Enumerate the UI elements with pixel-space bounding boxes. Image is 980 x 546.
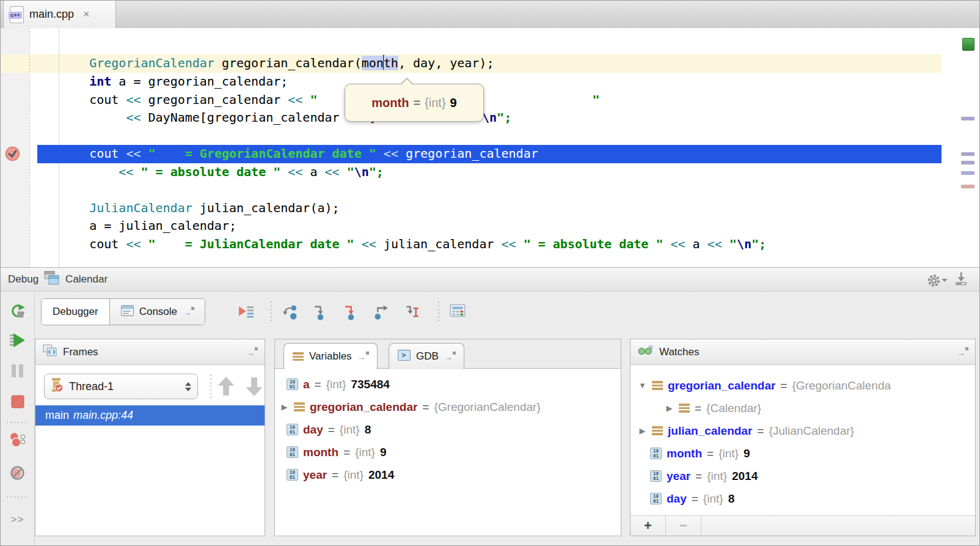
- inspection-status-icon[interactable]: [962, 38, 975, 51]
- expander-right-icon[interactable]: ▶: [638, 426, 647, 435]
- code-segment: [280, 164, 288, 179]
- tree-item-equals: =: [315, 378, 321, 391]
- add-watch-button[interactable]: +: [631, 516, 666, 536]
- code-line[interactable]: a = julian_calendar;: [1, 217, 942, 235]
- rerun-button[interactable]: [1, 303, 34, 320]
- show-execution-point-button[interactable]: [238, 304, 254, 323]
- tree-item-name: gregorian_calendar: [668, 379, 775, 393]
- restore-layout-button[interactable]: [954, 271, 968, 289]
- scrollbar-marker[interactable]: [961, 171, 975, 175]
- frames-title: Frames: [63, 346, 98, 358]
- float-window-icon[interactable]: →: [444, 352, 455, 361]
- pause-button[interactable]: [1, 364, 34, 377]
- tree-item-value: 9: [380, 446, 387, 459]
- code-segment: a = gregorian_calendar;: [111, 74, 288, 89]
- force-step-into-button[interactable]: [343, 304, 359, 323]
- tree-item-equals: =: [780, 379, 787, 393]
- code-line[interactable]: GregorianCalendar gregorian_calendar(mon…: [1, 54, 942, 73]
- tree-item-value: 2014: [732, 470, 758, 483]
- watch-row[interactable]: ▶={Calendar}: [631, 397, 975, 419]
- tree-item-name: year: [667, 470, 690, 483]
- variables-icon: [293, 352, 304, 361]
- float-window-icon[interactable]: →: [183, 308, 194, 316]
- tab-console[interactable]: Console →: [109, 299, 205, 325]
- tab-gdb[interactable]: > GDB →: [389, 343, 464, 369]
- tree-item-type: {int}: [719, 447, 739, 460]
- breakpoint-hit-icon[interactable]: [5, 146, 20, 164]
- tree-item-type: {int}: [707, 470, 727, 483]
- code-editor[interactable]: GregorianCalendar gregorian_calendar(mon…: [1, 28, 979, 267]
- step-over-button[interactable]: [282, 304, 298, 323]
- code-line[interactable]: cout << " = GregorianCalendar date " << …: [1, 145, 942, 163]
- code-line[interactable]: << " = absolute date " << a << "\n";: [1, 163, 942, 182]
- more-options-button[interactable]: >>: [1, 514, 34, 526]
- expander-down-icon[interactable]: ▼: [638, 381, 647, 390]
- watch-row[interactable]: ▶julian_calendar={JulianCalendar}: [631, 419, 975, 442]
- tree-item-name: day: [303, 423, 323, 437]
- editor-tab-main-cpp[interactable]: c++ main.cpp ×: [3, 1, 116, 28]
- watch-row[interactable]: ▼gregorian_calendar={GregorianCalenda: [631, 374, 975, 397]
- float-window-icon[interactable]: →: [957, 348, 968, 356]
- expander-right-icon[interactable]: ▶: [665, 404, 674, 413]
- code-line[interactable]: JulianCalendar julian_calendar(a);: [1, 199, 942, 218]
- tab-variables[interactable]: Variables →: [283, 343, 378, 369]
- thread-stepper-icon[interactable]: [185, 379, 191, 394]
- tab-console-label: Console: [139, 306, 177, 318]
- frame-down-button[interactable]: [244, 375, 264, 400]
- watch-row[interactable]: month={int}9: [631, 442, 975, 465]
- watch-row[interactable]: year={int}2014: [631, 465, 975, 487]
- remove-watch-button[interactable]: −: [666, 516, 701, 536]
- evaluate-expression-button[interactable]: [450, 304, 466, 320]
- struct-type-icon: [652, 381, 663, 390]
- thread-selector[interactable]: Thread-1: [44, 374, 198, 399]
- tree-item-type: {GregorianCalendar}: [434, 400, 540, 414]
- tree-item-equals: =: [332, 468, 338, 482]
- watch-row[interactable]: day={int}8: [631, 487, 975, 510]
- frame-up-button[interactable]: [216, 375, 236, 400]
- resume-button[interactable]: [1, 333, 34, 348]
- watches-icon: [638, 345, 653, 359]
- tab-debugger[interactable]: Debugger: [42, 299, 109, 325]
- step-out-button[interactable]: [373, 304, 390, 323]
- tab-close-icon[interactable]: ×: [83, 8, 90, 21]
- view-breakpoints-button[interactable]: [1, 432, 34, 448]
- stop-button[interactable]: [1, 395, 34, 408]
- code-segment: a: [302, 164, 324, 179]
- tree-item-value: 2014: [368, 468, 394, 482]
- code-segment: mon: [362, 56, 384, 70]
- code-segment: cout: [60, 92, 126, 107]
- tree-item-equals: =: [692, 492, 698, 506]
- code-segment: \n: [737, 237, 751, 251]
- run-to-cursor-button[interactable]: [404, 304, 420, 323]
- variable-row[interactable]: month={int}9: [275, 441, 621, 463]
- tree-item-equals: =: [757, 424, 764, 438]
- toolbar-separator: [438, 301, 439, 322]
- code-segment: <<: [126, 237, 141, 251]
- scrollbar-marker[interactable]: [961, 117, 975, 120]
- float-window-icon[interactable]: →: [357, 352, 368, 361]
- code-segment: [133, 164, 141, 179]
- scrollbar-marker[interactable]: [961, 152, 975, 156]
- tree-item-type: {JulianCalendar}: [769, 424, 854, 438]
- tree-item-type: {int}: [343, 468, 364, 482]
- stack-frame-row[interactable]: main main.cpp:44: [35, 405, 265, 426]
- tree-item-type: {int}: [355, 446, 375, 459]
- tree-item-value: 8: [365, 423, 371, 437]
- code-segment: [141, 237, 148, 251]
- mute-breakpoints-button[interactable]: [1, 465, 34, 481]
- scrollbar-marker[interactable]: [961, 161, 975, 164]
- variable-row[interactable]: ▶gregorian_calendar={GregorianCalendar}: [275, 396, 621, 418]
- variable-row[interactable]: day={int}8: [275, 418, 621, 441]
- variable-row[interactable]: a={int}735484: [275, 373, 621, 396]
- settings-gear-icon[interactable]: [926, 273, 948, 288]
- code-line[interactable]: cout << " = JulianCalendar date " << jul…: [1, 235, 942, 254]
- code-segment: [60, 110, 126, 125]
- expander-right-icon[interactable]: ▶: [280, 402, 289, 411]
- variable-row[interactable]: year={int}2014: [275, 463, 621, 486]
- code-segment: [376, 146, 384, 161]
- code-segment: cout: [60, 237, 126, 251]
- step-into-button[interactable]: [312, 304, 329, 323]
- tab-debugger-label: Debugger: [53, 306, 98, 318]
- scrollbar-marker[interactable]: [961, 185, 975, 188]
- float-window-icon[interactable]: →: [246, 348, 257, 356]
